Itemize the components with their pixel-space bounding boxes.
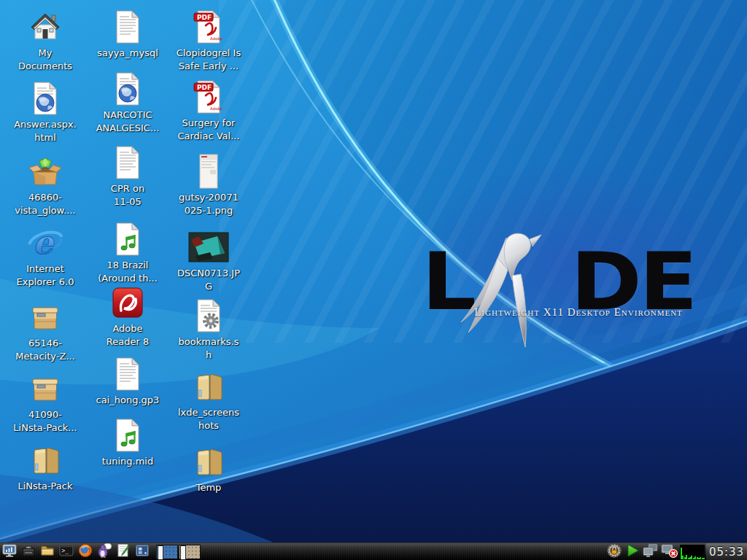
desktop-icon-label-line: 11-05 (111, 195, 144, 209)
desktop-icon-label-line: Temp (196, 481, 222, 494)
desktop-icon-clopidogrel-is-safe-early[interactable]: PDFAdobeClopidogrel IsSafe Early ... (171, 9, 247, 73)
desktop-icon-cai-hong-gp3[interactable]: cai_hong.gp3 (90, 356, 166, 407)
tray-screensaver-lock[interactable] (605, 544, 623, 560)
desktop-wallpaper: L DE Lightweight X11 Desktop Environment… (0, 0, 747, 560)
desktop-icon-label-line: Adobe (107, 322, 149, 335)
desktop-icon-label-line: (Around th... (98, 272, 158, 285)
desktop-icon-label-line: gutsy-20071 (179, 191, 239, 204)
green-play-icon (624, 542, 640, 560)
launcher-system-monitor[interactable] (1, 544, 18, 560)
desktop-icon-label-line: 65146- (15, 337, 75, 350)
desktop-icon-label: CPR on11-05 (111, 182, 144, 209)
launcher-desktop-settings[interactable] (134, 544, 150, 560)
desktop-icon-18-brazil-around-th[interactable]: 18 Brazil(Around th... (90, 221, 166, 285)
desktop-icon-narcotic-analgesic[interactable]: NARCOTICANALGESIC... (90, 71, 166, 135)
pdf-icon: PDFAdobe (191, 79, 226, 115)
desktop-icon-label: 46860-vista_glow.... (15, 191, 75, 217)
desktop-icon-lxde-screenshots[interactable]: lxde_screenshots (171, 368, 247, 432)
text-file-icon (110, 144, 145, 181)
clock[interactable]: 05:33 (706, 543, 747, 560)
printer-icon (21, 543, 36, 560)
music-file-icon (110, 221, 145, 257)
firefox-icon (78, 543, 93, 560)
desktop-icon-label: InternetExplorer 6.0 (17, 262, 74, 289)
desktop-icon-answer-aspx-html[interactable]: Answer.aspx.html (7, 80, 83, 144)
svg-text:Adobe: Adobe (210, 106, 223, 111)
desktop-icon-surgery-for-cardiac-val[interactable]: PDFAdobeSurgery forCardiac Val... (171, 79, 247, 143)
image-thumb-icon (191, 153, 226, 190)
desktop-icon-41090-linsta-pack[interactable]: 41090-LiNsta-Pack... (7, 370, 83, 435)
desktop-icon-label-line: Metacity-Z... (15, 350, 75, 363)
desktop-icon-label-line: Internet (17, 262, 74, 276)
launcher-firefox[interactable] (77, 544, 93, 560)
desktop-icon-label-line: LiNsta-Pack (18, 480, 72, 493)
desktop-icon-label: cai_hong.gp3 (96, 394, 160, 407)
desktop-icon-label-line: LiNsta-Pack... (13, 421, 77, 435)
text-file-icon (110, 9, 145, 45)
desktop-icon-label-line: hots (178, 419, 239, 432)
home-icon (28, 9, 63, 45)
desktop-icon-65146-metacity-z[interactable]: 65146-Metacity-Z... (7, 299, 83, 363)
desktop-icon-label-line: Clopidogrel Is (177, 47, 241, 60)
desktop-icon-adobe-reader-8[interactable]: AdobeReader 8 (90, 284, 166, 349)
desktop-icon-label-line: 46860- (15, 191, 75, 204)
desktop-icon-label: AdobeReader 8 (107, 322, 149, 349)
desktop-icon-sayya-mysql[interactable]: sayya_mysql (90, 9, 166, 60)
launcher-printer[interactable] (20, 544, 36, 560)
desktop-icon-label-line: tuning.mid (102, 455, 153, 468)
task-list-area (201, 543, 605, 560)
svg-text:PDF: PDF (197, 14, 212, 21)
desktop-icon-dscn0713-jpg[interactable]: DSCN0713.JPG (171, 229, 247, 293)
monitor-chart-icon (2, 543, 17, 560)
desktop-icon-label: 65146-Metacity-Z... (15, 337, 75, 363)
launcher-terminal[interactable]: >_ (58, 544, 74, 560)
folder-icon (28, 442, 63, 478)
gear-lock-icon (606, 542, 622, 560)
desktop-icon-label: tuning.mid (102, 455, 153, 468)
html-file-icon (110, 71, 145, 107)
tray-volume[interactable] (624, 544, 641, 560)
desktop-icon-label-line: Safe Early ... (177, 60, 241, 73)
desktop-icon-label: sayya_mysql (97, 47, 158, 60)
launcher-text-editor[interactable] (115, 544, 131, 560)
desktop-settings-icon (135, 543, 150, 560)
desktop-icon-gutsy-20071025-1-png[interactable]: gutsy-20071025-1.png (171, 153, 247, 217)
desktop-icon-label-line: Explorer 6.0 (17, 276, 74, 289)
desktop-icon-label-line: CPR on (111, 182, 144, 195)
desktop-icon-label-line: sayya_mysql (97, 47, 158, 60)
workspace-2[interactable] (179, 545, 201, 559)
desktop-icon-bookmarks-sh[interactable]: bookmarks.sh (171, 298, 247, 362)
launcher-pidgin-messenger[interactable] (96, 544, 112, 560)
desktop-icon-label-line: bookmarks.s (179, 335, 239, 349)
monitor-error-icon (659, 542, 678, 560)
desktop-icon-label-line: lxde_screens (178, 406, 239, 419)
adobe-reader-icon (110, 284, 145, 321)
pidgin-icon (97, 543, 112, 560)
desktop-icon-cpr-on-11-05[interactable]: CPR on11-05 (90, 144, 166, 209)
tray-network-connections[interactable] (642, 544, 659, 560)
desktop-icon-temp[interactable]: Temp (171, 443, 247, 494)
desktop-icon-label-line: vista_glow.... (15, 204, 75, 217)
desktop-icon-label-line: html (14, 131, 77, 144)
desktop-icon-internet-explorer-6-0[interactable]: eInternetExplorer 6.0 (7, 225, 83, 289)
svg-text:Adobe: Adobe (210, 36, 223, 41)
desktop-icon-my-documents[interactable]: MyDocuments (7, 9, 83, 73)
desktop-icon-label-line: 18 Brazil (98, 259, 158, 272)
desktop-icon-tuning-mid[interactable]: tuning.mid (90, 417, 166, 468)
desktop-icon-label-line: Reader 8 (107, 335, 149, 349)
desktop-icon-linsta-pack[interactable]: LiNsta-Pack (7, 442, 83, 493)
desktop-icon-label-line: Documents (18, 60, 72, 73)
desktop-icon-label: gutsy-20071025-1.png (179, 191, 239, 217)
desktop-icon-46860-vista-glow[interactable]: 46860-vista_glow.... (7, 153, 83, 217)
desktop-icon-label-line: cai_hong.gp3 (96, 394, 160, 407)
launcher-file-manager[interactable] (39, 544, 55, 560)
folder-launcher-icon (40, 543, 55, 560)
monitors-icon (642, 542, 659, 560)
package-icon (28, 299, 63, 335)
text-editor-icon (116, 543, 131, 560)
system-tray (605, 544, 678, 560)
desktop-icon-label: LiNsta-Pack (18, 480, 72, 493)
workspace-1-active[interactable] (156, 545, 178, 559)
terminal-icon: >_ (59, 543, 74, 560)
tray-network-offline[interactable] (660, 544, 678, 560)
